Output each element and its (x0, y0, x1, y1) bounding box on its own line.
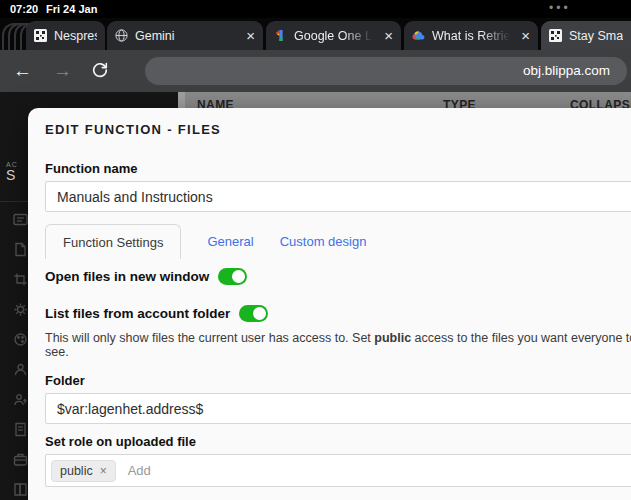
modal-title: EDIT FUNCTION - FILES (45, 122, 631, 137)
folder-input[interactable]: $var:lagenhet.address$ (45, 393, 631, 424)
help-text-bold: public (374, 331, 411, 345)
user-icon[interactable] (13, 362, 28, 377)
google-one-favicon (274, 29, 287, 42)
tab-google-one[interactable]: Google One La × (266, 21, 401, 50)
folder-label: Folder (45, 373, 631, 388)
status-bar: 07:20 Fri 24 Jan ••• (0, 0, 631, 18)
tab-stay-smart[interactable]: Stay Smart (541, 21, 631, 50)
clock: 07:20 (10, 3, 38, 15)
tab-what-is-retrieval[interactable]: What is Retriev × (404, 21, 538, 50)
back-icon[interactable]: ← (13, 59, 32, 83)
help-text-pre: This will only show files the current us… (45, 331, 374, 345)
tab-gemini[interactable]: Gemini × (107, 21, 263, 50)
function-name-label: Function name (45, 161, 631, 176)
browser-menu-dots-icon[interactable]: ••• (549, 1, 571, 15)
file-icon[interactable] (13, 242, 28, 257)
tab-title: Nespresso (54, 29, 97, 43)
tab-title: Stay Smart (569, 29, 623, 43)
sidebar-title-partial: S (6, 167, 15, 183)
toggle-knob (253, 307, 266, 320)
book-icon[interactable] (13, 482, 28, 497)
list-files-row: List files from account folder (45, 305, 631, 322)
edit-function-modal: EDIT FUNCTION - FILES Function name Manu… (28, 108, 631, 500)
qr-favicon (549, 29, 562, 42)
add-role-placeholder[interactable]: Add (128, 463, 151, 478)
tab-label: Function Settings (63, 235, 163, 250)
list-files-label: List files from account folder (45, 306, 230, 321)
role-tag-input[interactable]: public × Add (45, 454, 631, 487)
reload-icon[interactable] (91, 61, 109, 83)
folder-value: $var:lagenhet.address$ (57, 401, 203, 417)
frame-icon[interactable] (13, 272, 28, 287)
list-files-help-text: This will only show files the current us… (45, 331, 631, 359)
browser-nav-bar: ← → obj.blippa.com (0, 50, 631, 92)
tab-title: What is Retriev (432, 29, 514, 43)
date: Fri 24 Jan (46, 3, 97, 15)
close-tab-icon[interactable]: × (246, 28, 255, 43)
palette-icon[interactable] (13, 332, 28, 347)
modal-tab-strip: Function Settings General Custom design (45, 224, 631, 259)
close-tab-icon[interactable]: × (521, 28, 530, 43)
forward-icon[interactable]: → (53, 59, 72, 83)
tab-title: Gemini (135, 29, 239, 43)
tab-custom-design[interactable]: Custom design (280, 234, 367, 259)
tab-bar: Nespresso Gemini × Google One La × What … (0, 18, 631, 50)
user-upload-icon[interactable] (13, 392, 28, 407)
function-name-value: Manuals and Instructions (57, 189, 213, 205)
tab-general[interactable]: General (207, 234, 253, 259)
function-name-input[interactable]: Manuals and Instructions (45, 181, 631, 212)
role-tag-text: public (60, 464, 93, 478)
open-files-label: Open files in new window (45, 269, 209, 284)
open-files-toggle[interactable] (218, 268, 247, 285)
tab-title: Google One La (294, 29, 377, 43)
role-tag-public[interactable]: public × (51, 460, 116, 482)
role-label: Set role on uploaded file (45, 434, 631, 449)
remove-tag-icon[interactable]: × (100, 465, 107, 477)
document-icon[interactable] (13, 422, 28, 437)
briefcase-icon[interactable] (13, 452, 28, 467)
gear-icon[interactable] (13, 302, 28, 317)
tab-function-settings[interactable]: Function Settings (45, 224, 181, 259)
toggle-knob (232, 270, 245, 283)
qr-favicon (34, 29, 47, 42)
close-tab-icon[interactable]: × (384, 28, 393, 43)
open-files-row: Open files in new window (45, 268, 631, 285)
address-bar[interactable]: obj.blippa.com (145, 57, 627, 85)
sidebar-divider (0, 201, 28, 202)
tab-nespresso[interactable]: Nespresso (26, 21, 105, 50)
url-text: obj.blippa.com (523, 63, 610, 78)
list-files-toggle[interactable] (239, 305, 268, 322)
globe-favicon (115, 29, 128, 42)
screen: 07:20 Fri 24 Jan ••• Nespresso Gemini × … (0, 0, 631, 500)
google-cloud-favicon (412, 29, 425, 42)
list-icon[interactable] (13, 212, 28, 227)
